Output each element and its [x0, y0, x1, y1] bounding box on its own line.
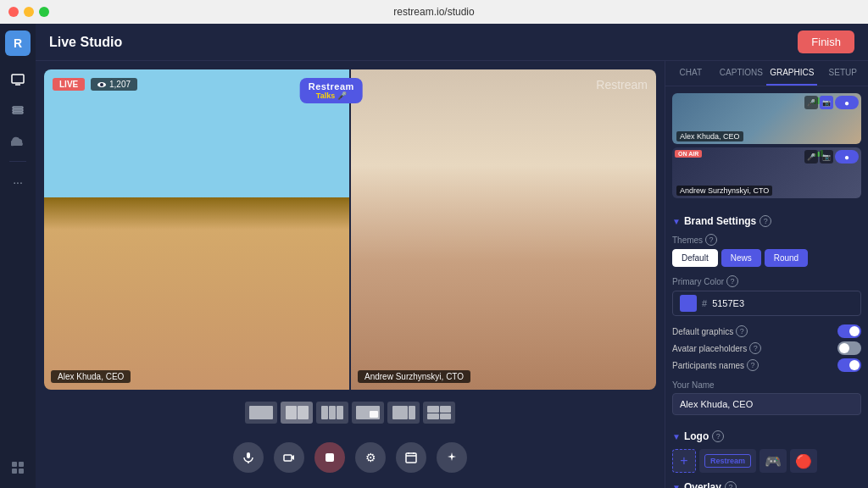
logo-info[interactable]: ? — [712, 430, 724, 442]
toggles-section: Default graphics ? Avatar placeholders ? — [672, 324, 861, 372]
participant-1: 🎤 📷 ● Alex Khuda, CEO — [672, 93, 861, 144]
studio-area: LIVE 1,207 Restream Talks 🎤 Res — [36, 61, 868, 488]
window-controls[interactable] — [8, 7, 49, 17]
maximize-button[interactable] — [39, 7, 49, 17]
svg-rect-5 — [12, 462, 17, 467]
themes-label: Themes ? — [672, 234, 861, 246]
color-picker-row[interactable]: # 5157E3 — [672, 291, 861, 316]
theme-default-button[interactable]: Default — [672, 249, 718, 267]
calendar-icon — [405, 452, 417, 463]
participants-info[interactable]: ? — [747, 359, 759, 371]
toggle-participants: Participants names ? — [672, 358, 861, 372]
close-button[interactable] — [8, 7, 19, 17]
control-bar: ⚙ — [44, 435, 656, 480]
svg-rect-15 — [406, 453, 416, 463]
your-name-input[interactable] — [672, 393, 861, 415]
video-canvas: LIVE 1,207 Restream Talks 🎤 Res — [44, 69, 656, 390]
brand-settings-info[interactable]: ? — [760, 215, 771, 227]
name-tag-right: Andrew Surzhynskyi, CTO — [358, 370, 470, 383]
finish-button[interactable]: Finish — [798, 30, 854, 53]
p2-mic-ctrl[interactable]: 🎤 — [804, 150, 818, 164]
tab-setup[interactable]: SETUP — [817, 61, 868, 86]
brand-settings-title: Brand Settings — [684, 215, 756, 227]
overlay-info[interactable]: ? — [725, 481, 737, 488]
toggle-default-graphics-label: Default graphics ? — [672, 325, 748, 337]
minimize-button[interactable] — [24, 7, 34, 17]
eye-icon — [97, 80, 106, 89]
toggle-avatar: Avatar placeholders ? — [672, 341, 861, 355]
logo-emoji-1[interactable]: 🎮 — [760, 449, 787, 473]
tab-captions[interactable]: CAPTIONS — [716, 61, 767, 86]
toggle-avatar-switch[interactable] — [837, 341, 861, 355]
name-tag-left: Alex Khuda, CEO — [51, 370, 131, 383]
video-split: Alex Khuda, CEO Andrew Surzhynskyi, CTO — [44, 69, 656, 390]
color-hash: # — [702, 298, 707, 308]
logo-restream-label: Restream — [704, 454, 751, 468]
theme-news-button[interactable]: News — [721, 249, 761, 267]
app-header: Live Studio Finish — [36, 24, 868, 61]
stop-icon — [324, 452, 336, 463]
toggle-participants-switch[interactable] — [837, 358, 861, 372]
settings-button[interactable]: ⚙ — [355, 442, 386, 473]
logo-arrow: ▼ — [672, 432, 681, 441]
toggle-default-graphics-switch[interactable] — [837, 324, 861, 338]
layout-split[interactable] — [281, 402, 313, 424]
avatar-info[interactable]: ? — [749, 342, 761, 354]
color-info[interactable]: ? — [726, 275, 738, 287]
sidebar-item-cloud[interactable] — [4, 127, 31, 154]
live-badge: LIVE — [53, 78, 85, 91]
themes-info[interactable]: ? — [705, 234, 717, 246]
p1-mic-ctrl[interactable]: 🎤 — [804, 96, 818, 109]
brand-settings-header: ▼ Brand Settings ? — [672, 215, 861, 227]
sidebar-item-grid[interactable] — [4, 454, 31, 481]
your-name-label: Your Name — [672, 380, 861, 390]
end-stream-button[interactable] — [314, 442, 345, 473]
svg-point-10 — [100, 83, 103, 86]
left-sidebar: R ··· — [0, 24, 36, 488]
participant-2-controls: 🎤 📷 ● — [804, 150, 859, 164]
color-swatch[interactable] — [680, 295, 697, 312]
primary-color-section: Primary Color ? # 5157E3 — [672, 275, 861, 316]
main-content: Live Studio Finish LIVE 1,207 — [36, 24, 868, 488]
url-bar[interactable]: restream.io/studio — [393, 6, 474, 18]
themes-section: Themes ? Default News Round — [672, 234, 861, 267]
color-value: 5157E3 — [712, 298, 854, 308]
sidebar-item-layers[interactable] — [4, 97, 31, 124]
camera-icon — [283, 452, 295, 463]
app-logo[interactable]: R — [5, 30, 31, 56]
layout-side[interactable] — [387, 402, 420, 424]
theme-round-button[interactable]: Round — [765, 249, 808, 267]
page-title: Live Studio — [49, 35, 122, 50]
layout-grid[interactable] — [423, 402, 455, 424]
effects-button[interactable] — [437, 442, 467, 473]
sidebar-item-more[interactable]: ··· — [4, 169, 31, 196]
theme-buttons: Default News Round — [672, 249, 861, 267]
video-main: LIVE 1,207 Restream Talks 🎤 Res — [36, 61, 665, 488]
p1-cam-ctrl[interactable]: 📷 — [820, 96, 833, 109]
participant-1-name: Alex Khuda, CEO — [676, 131, 743, 141]
layout-single[interactable] — [245, 402, 277, 424]
video-person-left: Alex Khuda, CEO — [44, 69, 351, 390]
camera-button[interactable] — [274, 442, 304, 473]
sidebar-item-display[interactable] — [4, 66, 31, 93]
default-graphics-info[interactable]: ? — [736, 325, 748, 337]
logo-header: ▼ Logo ? — [672, 430, 861, 442]
p2-toggle-ctrl[interactable]: ● — [835, 150, 859, 164]
logo-emoji-2[interactable]: 🔴 — [790, 449, 817, 473]
video-person-right: Andrew Surzhynskyi, CTO — [351, 69, 656, 390]
toggle-default-graphics-knob — [849, 326, 860, 336]
svg-rect-11 — [247, 452, 250, 458]
layout-triple[interactable] — [316, 402, 348, 424]
tab-chat[interactable]: CHAT — [665, 61, 716, 86]
p1-toggle-ctrl[interactable]: ● — [835, 96, 859, 109]
tab-graphics[interactable]: GRAPHICS — [766, 61, 817, 86]
layout-pip[interactable] — [352, 402, 384, 424]
svg-rect-6 — [19, 462, 24, 467]
svg-rect-8 — [19, 469, 24, 474]
schedule-button[interactable] — [396, 442, 426, 473]
mic-button[interactable] — [233, 442, 264, 473]
logo-restream[interactable]: Restream — [699, 449, 756, 473]
p2-cam-ctrl[interactable]: 📷 — [820, 150, 833, 164]
panel-tabs: CHAT CAPTIONS GRAPHICS SETUP — [665, 61, 868, 86]
logo-add-button[interactable]: + — [672, 449, 696, 473]
